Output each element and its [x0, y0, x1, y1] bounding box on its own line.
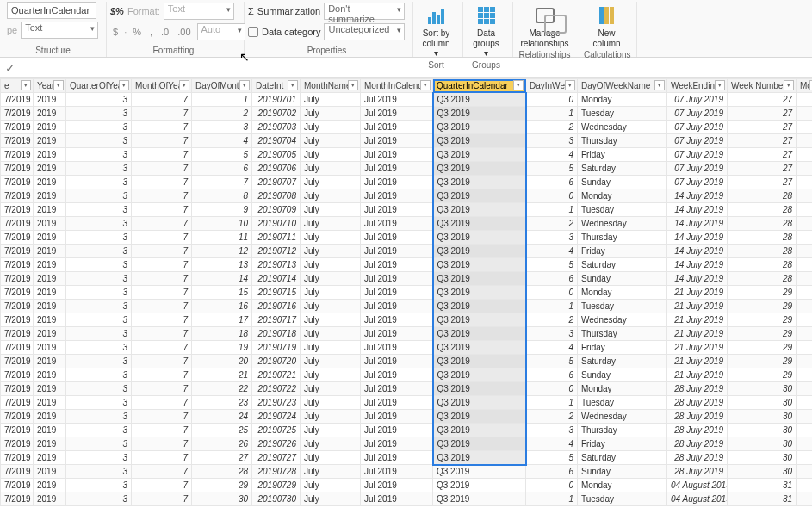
cell[interactable]: 7/2019	[1, 313, 34, 327]
cell[interactable]: 7/2019	[1, 176, 34, 189]
cell[interactable]: Q3 2019	[433, 492, 526, 506]
cell[interactable]: Jul 2019	[361, 437, 433, 451]
cell[interactable]: July	[301, 355, 361, 368]
cell[interactable]: 3	[66, 410, 132, 424]
cell[interactable]: 3	[66, 93, 132, 107]
table-row[interactable]: 7/20192019372520190725JulyJul 2019Q3 201…	[1, 424, 813, 437]
cell[interactable]: Tuesday	[578, 203, 667, 217]
cell[interactable]: 3	[66, 203, 132, 217]
cell[interactable]: 3	[526, 231, 578, 245]
table-row[interactable]: 7/2019201937320190703JulyJul 2019Q3 2019…	[1, 121, 813, 134]
cell[interactable]: Jul 2019	[361, 327, 433, 341]
cell[interactable]: 3	[66, 341, 132, 355]
cell[interactable]: 2019	[34, 134, 66, 148]
cell[interactable]: 28 July 2019	[667, 424, 728, 437]
cell[interactable]: 25	[192, 424, 252, 437]
cell[interactable]: July	[301, 134, 361, 148]
cell[interactable]: 27	[728, 148, 797, 162]
cell[interactable]: Wednesday	[578, 410, 667, 424]
cell[interactable]: Friday	[578, 245, 667, 258]
cell[interactable]: 14 July 2019	[667, 245, 728, 258]
cell[interactable]: 28 July 2019	[667, 396, 728, 410]
cell[interactable]: Q3 2019	[433, 189, 526, 203]
col-header-mic[interactable]: MonthInCalendar▾	[361, 79, 433, 93]
cell[interactable]: 27	[728, 121, 797, 134]
cell[interactable]: 21 July 2019	[667, 368, 728, 382]
filter-icon[interactable]: ▾	[179, 80, 189, 90]
cell[interactable]: 20190726	[252, 437, 301, 451]
cell[interactable]: Thursday	[578, 134, 667, 148]
cell[interactable]: 20190702	[252, 107, 301, 121]
cell[interactable]: 2019	[34, 368, 66, 382]
filter-icon[interactable]: ▾	[288, 80, 298, 90]
cell[interactable]: 7	[132, 327, 192, 341]
cell[interactable]: 29	[192, 479, 252, 492]
cell[interactable]: 7/2019	[1, 327, 34, 341]
cell[interactable]	[797, 272, 813, 286]
cell[interactable]	[797, 451, 813, 465]
cell[interactable]: 0	[526, 189, 578, 203]
cell[interactable]: 20190707	[252, 176, 301, 189]
cell[interactable]: Q3 2019	[433, 424, 526, 437]
cell[interactable]: 20190725	[252, 424, 301, 437]
cell[interactable]: 28	[728, 272, 797, 286]
sort-by-column-button[interactable]: Sort by column ▾	[417, 2, 456, 60]
cell[interactable]: 2019	[34, 162, 66, 176]
cell[interactable]: 7/2019	[1, 272, 34, 286]
cell[interactable]: 20190712	[252, 245, 301, 258]
cell[interactable]: 7/2019	[1, 107, 34, 121]
table-row[interactable]: 7/2019201937420190704JulyJul 2019Q3 2019…	[1, 134, 813, 148]
cell[interactable]: Thursday	[578, 231, 667, 245]
cell[interactable]: July	[301, 341, 361, 355]
cell[interactable]: 2	[526, 121, 578, 134]
cell[interactable]: 3	[66, 424, 132, 437]
filter-icon[interactable]: ▾	[654, 80, 665, 90]
decimals-dropdown[interactable]: Auto	[197, 23, 245, 40]
cell[interactable]: 07 July 2019	[667, 162, 728, 176]
cell[interactable]: 7/2019	[1, 492, 34, 506]
cell[interactable]: Saturday	[578, 258, 667, 272]
cell[interactable]: 7/2019	[1, 368, 34, 382]
cell[interactable]: Monday	[578, 93, 667, 107]
cell[interactable]: 28 July 2019	[667, 451, 728, 465]
category-dropdown[interactable]: Uncategorized	[324, 23, 405, 40]
cell[interactable]: Friday	[578, 437, 667, 451]
cell[interactable]: 07 July 2019	[667, 176, 728, 189]
table-row[interactable]: 7/20192019371120190711JulyJul 2019Q3 201…	[1, 231, 813, 245]
cell[interactable]: 7/2019	[1, 300, 34, 313]
cell[interactable]: 27	[192, 451, 252, 465]
cell[interactable]	[797, 245, 813, 258]
cell[interactable]: Jul 2019	[361, 355, 433, 368]
cell[interactable]: 7	[132, 286, 192, 300]
cell[interactable]: 7/2019	[1, 355, 34, 368]
cell[interactable]: 2019	[34, 492, 66, 506]
cell[interactable]	[797, 258, 813, 272]
table-row[interactable]: 7/2019201937520190705JulyJul 2019Q3 2019…	[1, 148, 813, 162]
cell[interactable]: 30	[728, 451, 797, 465]
cell[interactable]: 3	[526, 134, 578, 148]
cell[interactable]: 2019	[34, 148, 66, 162]
cell[interactable]: 20190706	[252, 162, 301, 176]
cell[interactable]: 7	[132, 272, 192, 286]
filter-icon[interactable]: ▾	[348, 80, 358, 90]
table-row[interactable]: 7/20192019372620190726JulyJul 2019Q3 201…	[1, 437, 813, 451]
cell[interactable]: 4	[192, 134, 252, 148]
cell[interactable]: 20190704	[252, 134, 301, 148]
cell[interactable]: 5	[192, 148, 252, 162]
table-row[interactable]: 7/2019201937220190702JulyJul 2019Q3 2019…	[1, 107, 813, 121]
cell[interactable]: 28 July 2019	[667, 437, 728, 451]
cell[interactable]: 7	[132, 437, 192, 451]
filter-icon[interactable]: ▾	[784, 80, 794, 90]
cell[interactable]: 2019	[34, 300, 66, 313]
cell[interactable]: Q3 2019	[433, 217, 526, 231]
comma-button[interactable]: ,	[147, 27, 155, 37]
cell[interactable]: 2019	[34, 465, 66, 479]
cell[interactable]: 1	[526, 203, 578, 217]
cell[interactable]: July	[301, 410, 361, 424]
cell[interactable]: 20190722	[252, 382, 301, 396]
cell[interactable]: 7	[192, 176, 252, 189]
cell[interactable]: Jul 2019	[361, 231, 433, 245]
cell[interactable]: July	[301, 258, 361, 272]
cell[interactable]: July	[301, 437, 361, 451]
cell[interactable]: Q3 2019	[433, 121, 526, 134]
